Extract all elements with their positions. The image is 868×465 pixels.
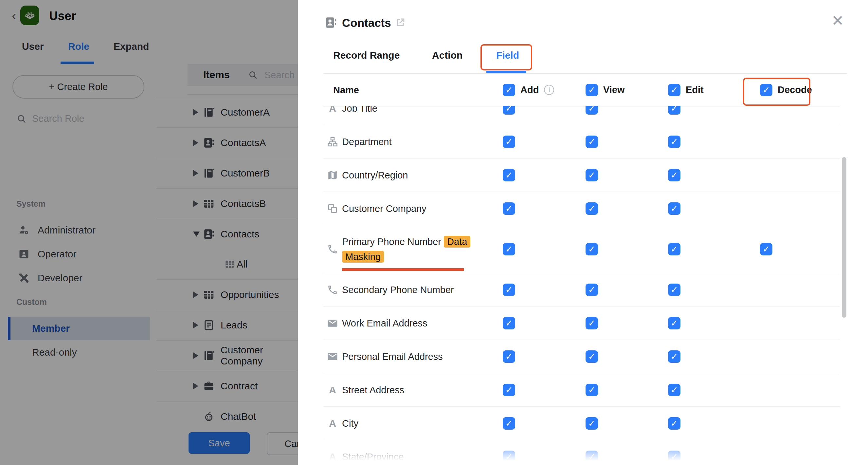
add-checkbox[interactable]: ✓ (503, 136, 515, 148)
view-checkbox[interactable]: ✓ (586, 284, 598, 296)
view-checkbox[interactable]: ✓ (586, 417, 598, 430)
field-tab-annotation-box (480, 44, 532, 70)
edit-checkbox[interactable]: ✓ (668, 284, 680, 296)
view-checkbox[interactable]: ✓ (586, 243, 598, 255)
table-row: Personal Email Address✓✓✓ (323, 340, 840, 373)
view-checkbox[interactable]: ✓ (586, 384, 598, 396)
view-checkbox[interactable]: ✓ (586, 106, 598, 115)
field-name: Primary Phone Number DataMasking (342, 234, 470, 264)
bottom-fade (298, 436, 868, 465)
data-masking-underline-annotation (342, 268, 464, 271)
add-checkbox[interactable]: ✓ (503, 417, 515, 430)
field-name: Job Title (342, 106, 377, 116)
view-checkbox[interactable]: ✓ (586, 350, 598, 363)
contacts-permission-modal: Contacts ✕ Record Range Action Field Nam… (298, 0, 868, 465)
add-checkbox[interactable]: ✓ (503, 169, 515, 181)
add-all-checkbox[interactable]: ✓ (503, 84, 515, 96)
table-row: Customer Company✓✓✓ (323, 192, 840, 225)
table-row: ACity✓✓✓ (323, 407, 840, 440)
tab-action[interactable]: Action (432, 50, 463, 61)
view-all-checkbox[interactable]: ✓ (586, 84, 598, 96)
edit-all-checkbox[interactable]: ✓ (668, 84, 680, 96)
edit-checkbox[interactable]: ✓ (668, 317, 680, 329)
text-field-icon: A (327, 384, 338, 396)
add-checkbox[interactable]: ✓ (503, 243, 515, 255)
table-row: AJob Title✓✓✓ (323, 106, 840, 125)
field-table-body: AJob Title✓✓✓Department✓✓✓Country/Region… (323, 106, 840, 465)
edit-checkbox[interactable]: ✓ (668, 384, 680, 396)
add-checkbox[interactable]: ✓ (503, 284, 515, 296)
modal-title: Contacts (342, 17, 391, 29)
envelope-icon (327, 351, 338, 362)
edit-checkbox[interactable]: ✓ (668, 202, 680, 215)
add-checkbox[interactable]: ✓ (503, 350, 515, 363)
contact-card-icon (325, 16, 337, 29)
edit-checkbox[interactable]: ✓ (668, 169, 680, 181)
decode-column-annotation-box (743, 78, 810, 106)
view-checkbox[interactable]: ✓ (586, 136, 598, 148)
field-name: Country/Region (342, 168, 408, 183)
field-name: Secondary Phone Number (342, 282, 454, 297)
close-icon[interactable]: ✕ (831, 13, 844, 28)
table-row: Secondary Phone Number✓✓✓ (323, 273, 840, 307)
field-table-header: Name ✓ Add i ✓ View ✓ Edit ✓ Decode (323, 74, 840, 107)
field-name: Street Address (342, 382, 404, 398)
decode-checkbox[interactable]: ✓ (760, 243, 772, 255)
table-row: Work Email Address✓✓✓ (323, 307, 840, 340)
field-name: Customer Company (342, 201, 427, 216)
text-field-icon: A (327, 418, 338, 429)
add-checkbox[interactable]: ✓ (503, 317, 515, 329)
table-row: Department✓✓✓ (323, 125, 840, 158)
info-icon[interactable]: i (544, 85, 554, 95)
envelope-icon (327, 318, 338, 329)
view-checkbox[interactable]: ✓ (586, 317, 598, 329)
add-checkbox[interactable]: ✓ (503, 106, 515, 115)
field-name: Personal Email Address (342, 349, 443, 364)
text-field-icon: A (327, 106, 338, 114)
link-icon (327, 203, 338, 214)
phone-icon (327, 284, 338, 295)
table-row: Primary Phone Number DataMasking✓✓✓✓ (323, 225, 840, 273)
data-masking-tag: Data (444, 236, 470, 248)
edit-checkbox[interactable]: ✓ (668, 106, 680, 115)
edit-checkbox[interactable]: ✓ (668, 243, 680, 255)
view-checkbox[interactable]: ✓ (586, 202, 598, 215)
app-screen: ‹ User User Role Expand + Create Rol (0, 0, 868, 465)
open-external-icon[interactable] (395, 17, 406, 28)
tab-record-range[interactable]: Record Range (333, 50, 400, 61)
field-name: City (342, 416, 359, 431)
org-icon (327, 136, 338, 147)
column-name: Name (333, 85, 359, 95)
view-checkbox[interactable]: ✓ (586, 169, 598, 181)
field-name: Department (342, 134, 392, 149)
edit-checkbox[interactable]: ✓ (668, 417, 680, 430)
table-row: Country/Region✓✓✓ (323, 158, 840, 192)
edit-checkbox[interactable]: ✓ (668, 136, 680, 148)
add-checkbox[interactable]: ✓ (503, 384, 515, 396)
table-row: AStreet Address✓✓✓ (323, 373, 840, 407)
modal-scrollbar[interactable] (842, 157, 846, 318)
column-add: ✓ Add i (503, 84, 554, 96)
field-name: Work Email Address (342, 316, 428, 331)
edit-checkbox[interactable]: ✓ (668, 350, 680, 363)
data-masking-tag: Masking (342, 251, 384, 263)
active-tab-underline (486, 71, 526, 73)
phone-icon (327, 244, 338, 255)
map-icon (327, 170, 338, 181)
add-checkbox[interactable]: ✓ (503, 202, 515, 215)
column-view: ✓ View (586, 84, 625, 96)
column-edit: ✓ Edit (668, 84, 704, 96)
